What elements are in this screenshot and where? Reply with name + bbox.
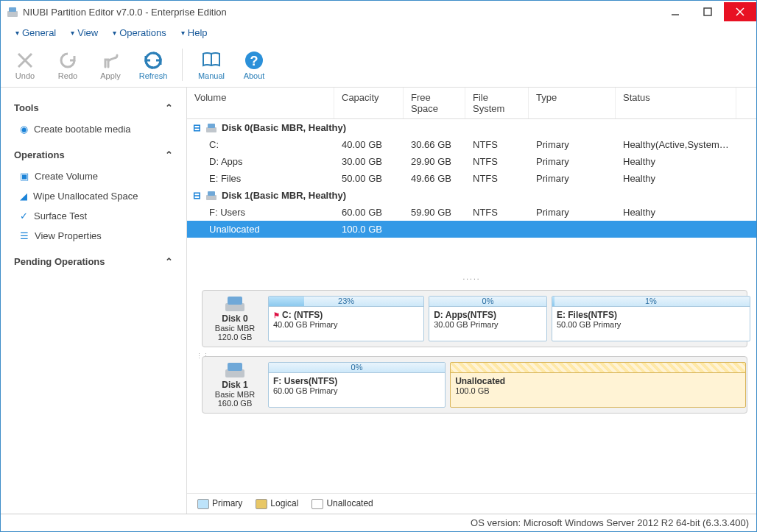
manual-icon: [200, 49, 222, 71]
drag-handle[interactable]: ⋮⋮: [196, 290, 202, 422]
menu-view[interactable]: ▾View: [65, 25, 104, 40]
svg-rect-0: [7, 11, 18, 17]
usage-bar: 23%: [269, 297, 423, 307]
redo-button[interactable]: Redo: [51, 49, 85, 80]
svg-rect-16: [228, 297, 242, 305]
partition[interactable]: 0%F: Users(NTFS)60.00 GB Primary: [268, 362, 446, 408]
sidebar: Tools ⌃ ◉ Create bootable media Operatio…: [1, 88, 186, 514]
legend-logical: Logical: [256, 498, 298, 509]
disk-panel: Disk 0Basic MBR120.0 GB23%⚑C: (NTFS)40.0…: [202, 290, 747, 347]
svg-rect-3: [704, 8, 711, 15]
main-panel: Volume Capacity Free Space File System T…: [186, 88, 756, 514]
check-icon: ✓: [20, 210, 28, 221]
sidebar-item-bootable-media[interactable]: ◉ Create bootable media: [10, 119, 177, 139]
hdd-icon: [225, 296, 245, 312]
usage-bar: 1%: [552, 297, 750, 307]
disk-info[interactable]: Disk 1Basic MBR160.0 GB: [208, 362, 262, 408]
partition-unallocated[interactable]: Unallocated100.0 GB: [450, 362, 746, 408]
minimize-button[interactable]: [659, 2, 691, 21]
table-row[interactable]: Unallocated100.0 GB: [187, 221, 756, 238]
maximize-button[interactable]: [691, 2, 724, 21]
col-type[interactable]: Type: [529, 88, 616, 118]
disk-map: ⋮⋮ Disk 0Basic MBR120.0 GB23%⚑C: (NTFS)4…: [187, 283, 756, 493]
table-row[interactable]: E: Files50.00 GB49.66 GBNTFSPrimaryHealt…: [187, 170, 756, 187]
svg-text:?: ?: [250, 54, 258, 68]
svg-rect-1: [9, 7, 16, 12]
sidebar-item-surface-test[interactable]: ✓ Surface Test: [10, 206, 177, 226]
toolbar: Undo Redo Apply Refresh Manual ? About: [1, 42, 756, 88]
sidebar-item-wipe[interactable]: ◢ Wipe Unallocated Space: [10, 186, 177, 206]
app-icon: [7, 6, 18, 18]
svg-rect-13: [206, 195, 216, 200]
status-bar: OS version: Microsoft Windows Server 201…: [1, 514, 756, 531]
undo-button[interactable]: Undo: [8, 49, 42, 80]
partition[interactable]: 1%E: Files(NTFS)50.00 GB Primary: [552, 296, 750, 341]
refresh-icon: [142, 49, 164, 71]
disc-icon: ◉: [20, 124, 28, 135]
disk-header[interactable]: ⊟Disk 0(Basic MBR, Healthy): [187, 119, 756, 136]
sidebar-item-create-volume[interactable]: ▣ Create Volume: [10, 166, 177, 186]
minus-icon: ⊟: [193, 190, 201, 201]
chevron-down-icon: ▾: [113, 29, 116, 37]
col-status[interactable]: Status: [616, 88, 736, 118]
col-free[interactable]: Free Space: [404, 88, 465, 118]
chevron-up-icon: ⌃: [165, 149, 173, 160]
legend-unallocated: Unallocated: [311, 498, 373, 509]
hdd-icon: [205, 191, 217, 201]
close-button[interactable]: [724, 2, 756, 21]
menu-general[interactable]: ▾General: [10, 25, 62, 40]
svg-rect-11: [206, 127, 216, 132]
flag-icon: ⚑: [273, 311, 280, 319]
col-capacity[interactable]: Capacity: [334, 88, 404, 118]
menu-help[interactable]: ▾Help: [175, 25, 214, 40]
disk-header[interactable]: ⊟Disk 1(Basic MBR, Healthy): [187, 187, 756, 204]
table-row[interactable]: F: Users60.00 GB59.90 GBNTFSPrimaryHealt…: [187, 204, 756, 221]
svg-rect-14: [208, 191, 215, 196]
sidebar-group-operations[interactable]: Operations ⌃: [10, 143, 177, 166]
chevron-up-icon: ⌃: [165, 256, 173, 267]
about-icon: ?: [243, 49, 265, 71]
volume-table: Volume Capacity Free Space File System T…: [187, 88, 756, 272]
usage-bar: 0%: [269, 363, 445, 373]
window-title: NIUBI Partition Editor v7.0.0 - Enterpri…: [23, 7, 659, 18]
toolbar-separator: [182, 49, 183, 81]
table-row[interactable]: C:40.00 GB30.66 GBNTFSPrimaryHealthy(Act…: [187, 136, 756, 153]
chevron-down-icon: ▾: [181, 29, 185, 37]
col-volume[interactable]: Volume: [187, 88, 334, 118]
legend-primary: Primary: [197, 498, 242, 509]
usage-bar: [451, 363, 745, 373]
table-header: Volume Capacity Free Space File System T…: [187, 88, 756, 119]
svg-rect-12: [208, 124, 215, 128]
menu-bar: ▾General ▾View ▾Operations ▾Help: [1, 23, 756, 42]
chevron-up-icon: ⌃: [165, 102, 173, 113]
redo-icon: [57, 49, 79, 71]
menu-operations[interactable]: ▾Operations: [107, 25, 172, 40]
undo-icon: [14, 49, 36, 71]
chevron-down-icon: ▾: [71, 29, 74, 37]
sidebar-group-tools[interactable]: Tools ⌃: [10, 96, 177, 119]
usage-bar: 0%: [429, 297, 546, 307]
properties-icon: ☰: [20, 230, 29, 241]
create-volume-icon: ▣: [20, 171, 29, 182]
chevron-down-icon: ▾: [15, 29, 19, 37]
hdd-icon: [205, 123, 217, 133]
disk-info[interactable]: Disk 0Basic MBR120.0 GB: [208, 296, 262, 341]
table-row[interactable]: D: Apps30.00 GB29.90 GBNTFSPrimaryHealth…: [187, 153, 756, 170]
splitter[interactable]: .....: [187, 272, 756, 283]
apply-icon: [99, 49, 122, 71]
partition[interactable]: 0%D: Apps(NTFS)30.00 GB Primary: [429, 296, 547, 341]
hdd-icon: [225, 362, 245, 378]
sidebar-group-pending[interactable]: Pending Operations ⌃: [10, 250, 177, 273]
apply-button[interactable]: Apply: [94, 49, 127, 80]
disk-panel: Disk 1Basic MBR160.0 GB0%F: Users(NTFS)6…: [202, 356, 747, 414]
partition[interactable]: 23%⚑C: (NTFS)40.00 GB Primary: [268, 296, 424, 341]
legend: Primary Logical Unallocated: [187, 493, 756, 514]
col-filesystem[interactable]: File System: [465, 88, 529, 118]
minus-icon: ⊟: [193, 122, 201, 133]
about-button[interactable]: ? About: [237, 49, 271, 80]
title-bar: NIUBI Partition Editor v7.0.0 - Enterpri…: [1, 1, 756, 23]
sidebar-item-properties[interactable]: ☰ View Properties: [10, 226, 177, 246]
svg-rect-18: [228, 363, 242, 371]
refresh-button[interactable]: Refresh: [136, 49, 170, 80]
manual-button[interactable]: Manual: [194, 49, 228, 80]
